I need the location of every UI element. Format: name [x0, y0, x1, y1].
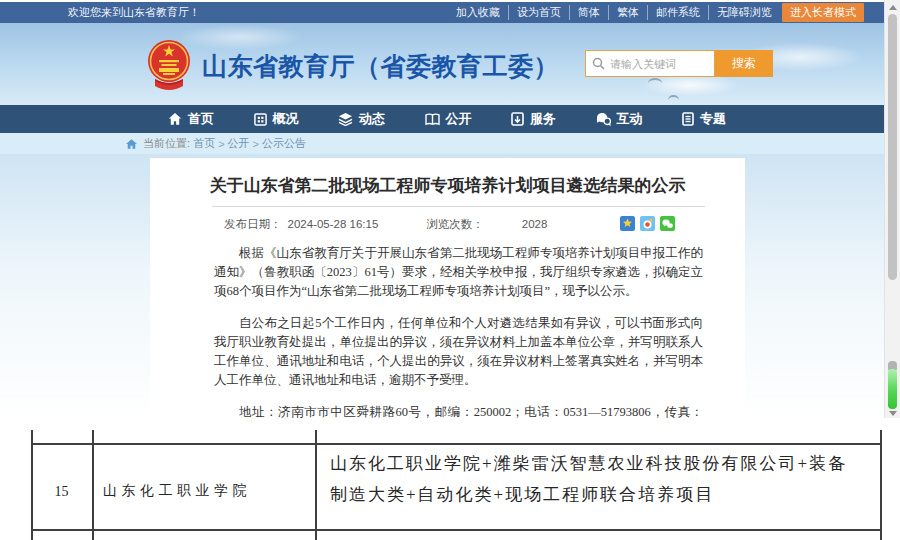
news-icon	[338, 112, 353, 126]
nav-item-news[interactable]: 动态	[338, 110, 385, 128]
publish-date-value: 2024-05-28 16:15	[288, 218, 379, 230]
breadcrumb: 当前位置: 首页 > 公开 > 公示公告	[0, 133, 884, 154]
views-label: 浏览次数：	[426, 217, 484, 232]
publish-date-label: 发布日期：	[224, 217, 282, 232]
nav-item-home[interactable]: 首页	[168, 110, 214, 128]
table-cell-project: 山东化工职业学院+潍柴雷沃智慧农业科技股份有限公司+装备制造大类+自动化类+现场…	[330, 448, 854, 510]
views-count: 2028	[522, 218, 548, 230]
article-title: 关于山东省第二批现场工程师专项培养计划项目遴选结果的公示	[150, 158, 745, 197]
scrollbar-down-arrow-icon[interactable]	[889, 411, 897, 416]
table-border	[31, 443, 882, 445]
interaction-icon	[596, 112, 611, 126]
scrollbar-green-thumb[interactable]	[888, 369, 897, 409]
table-border	[92, 430, 94, 540]
article-paragraph: 根据《山东省教育厅关于开展山东省第二批现场工程师专项培养计划项目申报工作的通知》…	[214, 244, 703, 301]
breadcrumb-separator: >	[218, 138, 224, 150]
scrollbar-up-arrow-icon[interactable]	[889, 5, 897, 10]
search-button[interactable]: 搜索	[715, 50, 773, 77]
national-emblem-logo	[146, 39, 192, 93]
table-cell-school: 山东化工职业学院	[103, 482, 251, 500]
nav-item-topics[interactable]: 专题	[682, 110, 726, 128]
top-link-homepage[interactable]: 设为首页	[508, 5, 561, 20]
services-icon	[511, 112, 524, 126]
breadcrumb-link-disclosure[interactable]: 公开	[228, 136, 250, 151]
top-utility-bar: 欢迎您来到山东省教育厅！ 加入收藏 设为首页 简体 繁体 邮件系统 无障碍浏览 …	[0, 2, 884, 23]
qzone-share-icon[interactable]	[620, 216, 635, 231]
nav-item-overview[interactable]: 概况	[254, 110, 299, 128]
bird-decoration	[648, 78, 662, 88]
top-link-accessibility[interactable]: 无障碍浏览	[708, 5, 772, 20]
nav-item-disclosure[interactable]: 公开	[425, 110, 472, 128]
top-link-mail[interactable]: 邮件系统	[647, 5, 700, 20]
table-border	[880, 430, 882, 540]
title-divider	[212, 206, 705, 207]
welcome-text: 欢迎您来到山东省教育厅！	[68, 5, 200, 20]
site-header: 山东省教育厅（省委教育工委） 搜索	[0, 23, 884, 105]
article-meta: 发布日期： 2024-05-28 16:15 浏览次数： 2028	[212, 216, 705, 232]
elder-mode-button[interactable]: 进入长者模式	[782, 3, 864, 22]
breadcrumb-link-announcements[interactable]: 公示公告	[262, 136, 306, 151]
top-link-simplified[interactable]: 简体	[569, 5, 600, 20]
breadcrumb-label: 当前位置:	[143, 136, 190, 151]
pdf-table-fragment: 15 山东化工职业学院 山东化工职业学院+潍柴雷沃智慧农业科技股份有限公司+装备…	[0, 418, 900, 540]
top-link-favorite[interactable]: 加入收藏	[456, 5, 500, 20]
table-cell-row-number: 15	[31, 484, 92, 500]
nav-item-services[interactable]: 服务	[511, 110, 556, 128]
article-body: 根据《山东省教育厅关于开展山东省第二批现场工程师专项培养计划项目申报工作的通知》…	[214, 244, 703, 441]
bird-decoration	[668, 95, 679, 105]
weibo-share-icon[interactable]	[640, 216, 655, 231]
breadcrumb-link-home[interactable]: 首页	[193, 136, 215, 151]
top-link-traditional[interactable]: 繁体	[608, 5, 639, 20]
search-icon	[592, 57, 605, 70]
breadcrumb-home-icon	[126, 139, 137, 149]
overview-icon	[254, 113, 267, 126]
home-icon	[168, 112, 182, 126]
table-border	[315, 430, 317, 540]
article-card: 关于山东省第二批现场工程师专项培养计划项目遴选结果的公示 发布日期： 2024-…	[150, 158, 745, 418]
disclosure-icon	[425, 113, 440, 126]
share-buttons	[620, 216, 675, 231]
site-title: 山东省教育厅（省委教育工委）	[202, 50, 559, 83]
table-border	[31, 529, 882, 531]
scrollbar-thumb[interactable]	[888, 14, 897, 280]
breadcrumb-separator: >	[253, 138, 259, 150]
article-paragraph: 自公布之日起5个工作日内，任何单位和个人对遴选结果如有异议，可以书面形式向我厅职…	[214, 314, 703, 390]
page: 欢迎您来到山东省教育厅！ 加入收藏 设为首页 简体 繁体 邮件系统 无障碍浏览 …	[0, 0, 900, 540]
main-nav: 首页 概况 动态 公开	[0, 105, 884, 133]
top-links: 加入收藏 设为首页 简体 繁体 邮件系统 无障碍浏览	[456, 5, 772, 20]
site-search: 搜索	[585, 50, 773, 77]
topics-icon	[682, 112, 694, 126]
wechat-share-icon[interactable]	[660, 216, 675, 231]
site-brand: 山东省教育厅（省委教育工委）	[146, 39, 559, 93]
scrollbar[interactable]	[884, 0, 900, 418]
nav-item-interaction[interactable]: 互动	[596, 110, 643, 128]
